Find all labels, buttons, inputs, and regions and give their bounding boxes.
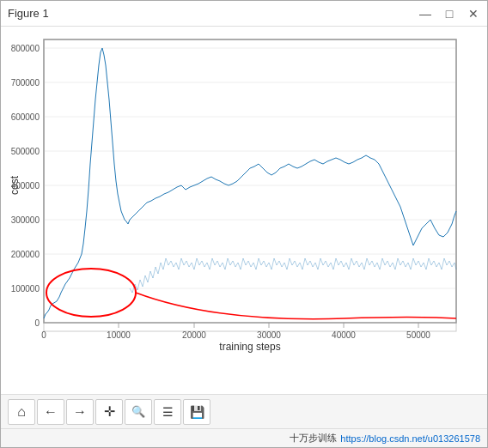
x-tick: 30000 (257, 330, 281, 340)
author-text: 十万步训练 (290, 432, 337, 445)
y-tick: 300000 (11, 215, 40, 225)
title-bar: Figure 1 — □ ✕ (1, 1, 487, 27)
x-tick: 40000 (332, 330, 356, 340)
window-controls: — □ ✕ (418, 7, 480, 21)
y-tick: 200000 (11, 250, 40, 259)
zoom-button[interactable]: 🔍 (125, 399, 152, 425)
chart-container: cost 0 100000 200000 300000 400000 50000… (1, 27, 487, 394)
close-button[interactable]: ✕ (467, 7, 480, 21)
y-tick: 800000 (11, 44, 40, 53)
pan-button[interactable]: ✛ (95, 399, 123, 425)
maximize-button[interactable]: □ (442, 7, 456, 21)
forward-button[interactable]: → (66, 399, 94, 425)
home-button[interactable]: ⌂ (8, 399, 35, 425)
x-tick: 50000 (406, 330, 430, 340)
toolbar: ⌂ ← → ✛ 🔍 ☰ 💾 (1, 394, 487, 428)
save-button[interactable]: 💾 (183, 399, 210, 425)
y-tick: 100000 (11, 284, 40, 294)
y-tick: 0 (34, 318, 40, 328)
y-tick: 600000 (11, 112, 40, 122)
settings-button[interactable]: ☰ (154, 399, 181, 425)
minimize-button[interactable]: — (418, 7, 432, 21)
y-tick: 400000 (11, 181, 40, 191)
x-tick: 0 (41, 330, 46, 340)
y-tick: 700000 (11, 78, 40, 88)
main-window: Figure 1 — □ ✕ cost 0 100000 200000 (0, 0, 488, 448)
x-axis-label: training steps (219, 341, 280, 353)
chart-svg: cost 0 100000 200000 300000 400000 50000… (44, 39, 487, 383)
x-tick: 10000 (107, 330, 131, 340)
status-bar: 十万步训练 https://blog.csdn.net/u013261578 (1, 428, 487, 447)
csdn-link[interactable]: https://blog.csdn.net/u013261578 (340, 433, 480, 444)
window-title: Figure 1 (8, 7, 49, 20)
y-tick: 500000 (11, 147, 40, 156)
x-tick: 20000 (182, 330, 206, 340)
back-button[interactable]: ← (37, 399, 64, 425)
